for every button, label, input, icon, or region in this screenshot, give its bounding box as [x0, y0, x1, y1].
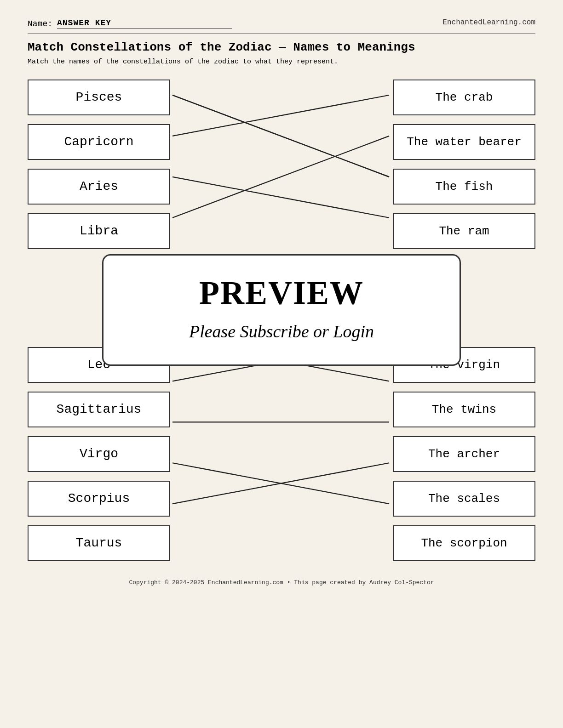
- left-box-scorpius: Scorpius: [28, 481, 170, 517]
- right-box-the-scorpion: The scorpion: [393, 525, 535, 561]
- divider: [28, 34, 535, 34]
- name-line: Name: ANSWER KEY: [28, 18, 232, 29]
- match-row: Taurus The scorpion: [28, 521, 535, 565]
- subtitle: Match the names of the constellations of…: [28, 58, 535, 66]
- preview-overlay: PREVIEW Please Subscribe or Login: [102, 254, 461, 366]
- right-box-the-crab: The crab: [393, 80, 535, 115]
- left-box-virgo: Virgo: [28, 436, 170, 472]
- footer: Copyright © 2024-2025 EnchantedLearning.…: [28, 579, 535, 586]
- header: Name: ANSWER KEY EnchantedLearning.com: [28, 18, 535, 29]
- match-row: Scorpius The scales: [28, 476, 535, 521]
- match-row: Pisces The crab: [28, 75, 535, 119]
- match-row: Aries The fish: [28, 164, 535, 209]
- page-title: Match Constellations of the Zodiac — Nam…: [28, 40, 535, 54]
- match-row: Libra The ram: [28, 209, 535, 253]
- right-box-the-archer: The archer: [393, 436, 535, 472]
- right-box-water-bearer: The water bearer: [393, 124, 535, 160]
- site-name: EnchantedLearning.com: [442, 18, 535, 27]
- match-row: Virgo The archer: [28, 432, 535, 476]
- preview-title: PREVIEW: [131, 274, 432, 312]
- name-value: ANSWER KEY: [57, 18, 232, 29]
- left-box-pisces: Pisces: [28, 80, 170, 115]
- right-box-the-scales: The scales: [393, 481, 535, 517]
- matching-area: Pisces The crab Capricorn The water bear…: [28, 75, 535, 565]
- match-row: Capricorn The water bearer: [28, 119, 535, 164]
- name-label: Name:: [28, 19, 52, 28]
- left-box-aries: Aries: [28, 169, 170, 205]
- right-box-the-fish: The fish: [393, 169, 535, 205]
- preview-subtitle: Please Subscribe or Login: [131, 321, 432, 341]
- match-row: Sagittarius The twins: [28, 387, 535, 432]
- left-box-taurus: Taurus: [28, 525, 170, 561]
- right-box-the-ram: The ram: [393, 213, 535, 249]
- right-box-the-twins: The twins: [393, 392, 535, 427]
- left-box-capricorn: Capricorn: [28, 124, 170, 160]
- left-box-libra: Libra: [28, 213, 170, 249]
- left-box-sagittarius: Sagittarius: [28, 392, 170, 427]
